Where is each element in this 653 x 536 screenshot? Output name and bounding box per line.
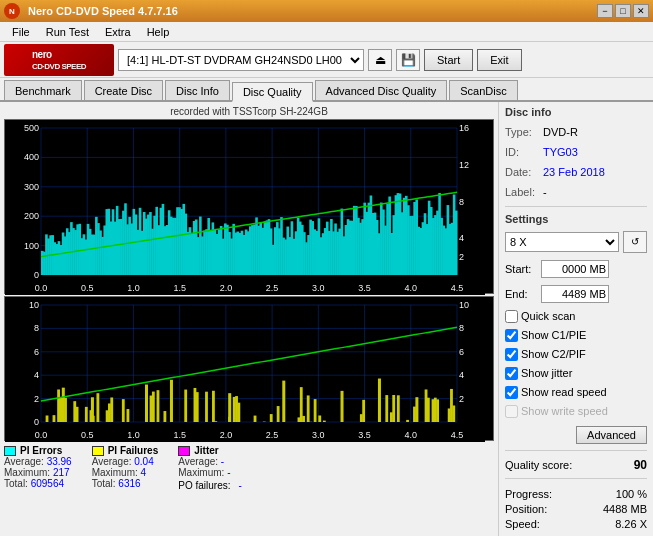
pi-failures-avg-label: Average: 0.04 xyxy=(92,456,159,467)
menu-runtest[interactable]: Run Test xyxy=(38,24,97,40)
pi-failures-total-val: 6316 xyxy=(118,478,140,489)
settings-refresh-icon[interactable]: ↺ xyxy=(623,231,647,253)
divider-2 xyxy=(505,450,647,451)
show-jitter-check[interactable] xyxy=(505,367,518,380)
tab-benchmark[interactable]: Benchmark xyxy=(4,80,82,100)
disc-id-row: ID: TYG03 xyxy=(505,144,647,160)
disc-type-label: Type: xyxy=(505,124,543,140)
advanced-btn-container: Advanced xyxy=(505,424,647,444)
start-setting-row: Start: xyxy=(505,260,647,278)
tab-discquality[interactable]: Disc Quality xyxy=(232,82,313,102)
quick-scan-check[interactable] xyxy=(505,310,518,323)
pi-failures-avg-val: 0.04 xyxy=(134,456,153,467)
start-button[interactable]: Start xyxy=(424,49,473,71)
close-button[interactable]: ✕ xyxy=(633,4,649,18)
disc-date-row: Date: 23 Feb 2018 xyxy=(505,164,647,180)
po-failures-row: PO failures: - xyxy=(178,480,242,491)
pi-failures-color xyxy=(92,446,104,456)
jitter-max-label: Maximum: - xyxy=(178,467,242,478)
side-panel: Disc info Type: DVD-R ID: TYG03 Date: 23… xyxy=(498,102,653,536)
window-controls: − □ ✕ xyxy=(597,4,649,18)
disc-type-val: DVD-R xyxy=(543,124,578,140)
end-input[interactable] xyxy=(541,285,609,303)
disc-label-label: Label: xyxy=(505,184,543,200)
jitter-avg-label: Average: - xyxy=(178,456,242,467)
po-failures-val: - xyxy=(238,480,241,491)
tab-advanceddiscquality[interactable]: Advanced Disc Quality xyxy=(315,80,448,100)
show-c2pif-row: Show C2/PIF xyxy=(505,348,647,361)
show-c1pie-row: Show C1/PIE xyxy=(505,329,647,342)
legend-jitter: Jitter Average: - Maximum: - PO failures… xyxy=(178,445,242,491)
advanced-button[interactable]: Advanced xyxy=(576,426,647,444)
legend-pi-errors: PI Errors Average: 33.96 Maximum: 217 To… xyxy=(4,445,72,491)
jitter-max-val: - xyxy=(227,467,230,478)
lower-chart xyxy=(4,296,494,441)
pi-errors-label: PI Errors xyxy=(20,445,62,456)
pi-errors-max-label: Maximum: 217 xyxy=(4,467,72,478)
pi-failures-label: PI Failures xyxy=(108,445,159,456)
menu-extra[interactable]: Extra xyxy=(97,24,139,40)
divider-3 xyxy=(505,478,647,479)
upper-chart xyxy=(4,119,494,294)
quality-score-label: Quality score: xyxy=(505,459,572,471)
progress-row: Progress: 100 % xyxy=(505,487,647,502)
show-c2pif-check[interactable] xyxy=(505,348,518,361)
drive-selector[interactable]: [4:1] HL-DT-ST DVDRAM GH24NSD0 LH00 xyxy=(118,49,364,71)
jitter-avg-val: - xyxy=(221,456,224,467)
save-icon[interactable]: 💾 xyxy=(396,49,420,71)
po-failures-label: PO failures: xyxy=(178,480,230,491)
toolbar: neroCD·DVD SPEED [4:1] HL-DT-ST DVDRAM G… xyxy=(0,42,653,78)
tab-scandisc[interactable]: ScanDisc xyxy=(449,80,517,100)
progress-label: Progress: xyxy=(505,487,552,502)
start-input[interactable] xyxy=(541,260,609,278)
show-write-speed-check[interactable] xyxy=(505,405,518,418)
speed-select[interactable]: 8 X xyxy=(505,232,619,252)
app-icon: N xyxy=(4,3,20,19)
pi-errors-avg-val: 33.96 xyxy=(47,456,72,467)
show-read-speed-label: Show read speed xyxy=(521,386,607,398)
disc-label-val: - xyxy=(543,184,547,200)
speed-setting-row: 8 X ↺ xyxy=(505,231,647,253)
show-read-speed-row: Show read speed xyxy=(505,386,647,399)
menu-file[interactable]: File xyxy=(4,24,38,40)
pi-errors-total-val: 609564 xyxy=(31,478,64,489)
start-label: Start: xyxy=(505,263,537,275)
quality-score-row: Quality score: 90 xyxy=(505,458,647,472)
progress-val: 100 % xyxy=(616,487,647,502)
pi-errors-total-label: Total: 609564 xyxy=(4,478,72,489)
show-c1pie-check[interactable] xyxy=(505,329,518,342)
tab-createdisc[interactable]: Create Disc xyxy=(84,80,163,100)
menu-bar: File Run Test Extra Help xyxy=(0,22,653,42)
pi-failures-max-label: Maximum: 4 xyxy=(92,467,159,478)
legend: PI Errors Average: 33.96 Maximum: 217 To… xyxy=(4,441,494,493)
pi-errors-color xyxy=(4,446,16,456)
quick-scan-row: Quick scan xyxy=(505,310,647,323)
exit-button[interactable]: Exit xyxy=(477,49,521,71)
settings-title: Settings xyxy=(505,213,647,225)
show-jitter-label: Show jitter xyxy=(521,367,572,379)
pi-errors-max-val: 217 xyxy=(53,467,70,478)
show-c2pif-label: Show C2/PIF xyxy=(521,348,586,360)
show-jitter-row: Show jitter xyxy=(505,367,647,380)
eject-icon[interactable]: ⏏ xyxy=(368,49,392,71)
disc-id-val: TYG03 xyxy=(543,144,578,160)
speed-val: 8.26 X xyxy=(615,517,647,532)
tabs-bar: Benchmark Create Disc Disc Info Disc Qua… xyxy=(0,78,653,102)
menu-help[interactable]: Help xyxy=(139,24,178,40)
pi-errors-avg-label: Average: 33.96 xyxy=(4,456,72,467)
jitter-label: Jitter xyxy=(194,445,218,456)
minimize-button[interactable]: − xyxy=(597,4,613,18)
pi-failures-total-label: Total: 6316 xyxy=(92,478,159,489)
tab-discinfo[interactable]: Disc Info xyxy=(165,80,230,100)
maximize-button[interactable]: □ xyxy=(615,4,631,18)
show-read-speed-check[interactable] xyxy=(505,386,518,399)
progress-section: Progress: 100 % Position: 4488 MB Speed:… xyxy=(505,487,647,532)
window-title: Nero CD-DVD Speed 4.7.7.16 xyxy=(26,5,597,17)
disc-label-row: Label: - xyxy=(505,184,647,200)
quality-score-val: 90 xyxy=(634,458,647,472)
app-logo: neroCD·DVD SPEED xyxy=(4,44,114,76)
disc-type-row: Type: DVD-R xyxy=(505,124,647,140)
jitter-color xyxy=(178,446,190,456)
show-write-speed-row: Show write speed xyxy=(505,405,647,418)
quick-scan-label: Quick scan xyxy=(521,310,575,322)
